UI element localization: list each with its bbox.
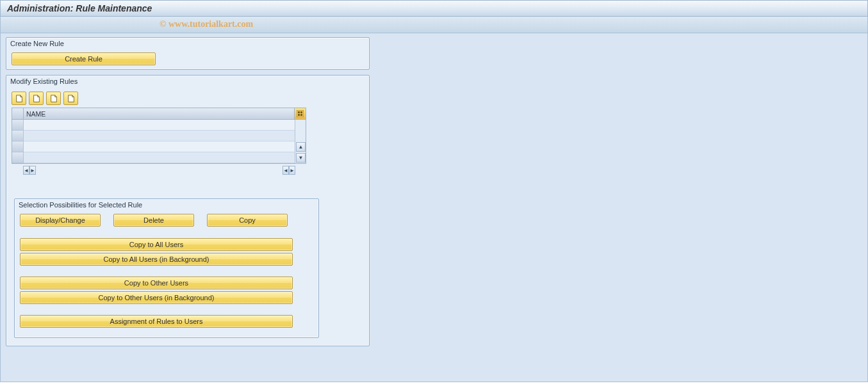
svg-rect-0 <box>297 110 304 117</box>
panel-selection-possibilities: Selection Possibilities for Selected Rul… <box>14 198 319 338</box>
application-toolbar: © www.tutorialkart.com <box>0 17 868 33</box>
row-selector[interactable] <box>12 141 24 152</box>
chevron-right-icon: ► <box>290 168 295 173</box>
delete-button[interactable]: Delete <box>113 214 194 227</box>
assignment-of-rules-button[interactable]: Assignment of Rules to Users <box>20 315 293 328</box>
title-bar: Administration: Rule Maintenance <box>0 0 868 17</box>
panel-create-new-rule: Create New Rule Create Rule <box>6 37 370 70</box>
copy-other-bg-label: Copy to Other Users (in Background) <box>99 294 215 302</box>
display-change-label: Display/Change <box>35 216 85 224</box>
scroll-down-button[interactable]: ▼ <box>296 153 306 163</box>
scroll-up-button[interactable]: ▲ <box>296 142 306 152</box>
main-content: Create New Rule Create Rule Modify Exist… <box>0 33 868 382</box>
cell-name[interactable] <box>24 141 295 152</box>
chevron-down-icon: ▼ <box>299 156 304 161</box>
panel-title-selection: Selection Possibilities for Selected Rul… <box>15 199 318 212</box>
document-icon <box>49 94 58 103</box>
scroll-right-end-button[interactable]: ► <box>289 166 295 175</box>
document-icon <box>15 94 24 103</box>
table-select-all[interactable] <box>12 108 24 120</box>
copy-other-label: Copy to Other Users <box>124 279 188 287</box>
panel-title-create: Create New Rule <box>6 38 369 51</box>
panel-title-modify: Modify Existing Rules <box>6 76 369 88</box>
chevron-right-icon: ► <box>30 168 35 173</box>
create-rule-button[interactable]: Create Rule <box>12 52 156 65</box>
document-icon <box>32 94 41 103</box>
table-settings-icon <box>297 110 304 117</box>
copy-all-bg-label: Copy to All Users (in Background) <box>103 255 209 263</box>
display-change-button[interactable]: Display/Change <box>20 214 101 227</box>
column-header-name[interactable]: NAME <box>24 108 294 120</box>
row-selector[interactable] <box>12 152 24 163</box>
watermark-text: © www.tutorialkart.com <box>160 19 253 29</box>
row-selector[interactable] <box>12 131 24 141</box>
scroll-left-button[interactable]: ◄ <box>23 166 29 175</box>
table-row[interactable] <box>12 131 295 141</box>
document-icon <box>67 94 76 103</box>
horizontal-scrollbar: ◄ ► ◄ ► <box>12 164 306 175</box>
copy-to-other-users-bg-button[interactable]: Copy to Other Users (in Background) <box>20 291 293 304</box>
table-row[interactable] <box>12 120 295 131</box>
vertical-scrollbar[interactable]: ▲ ▼ <box>295 120 306 163</box>
copy-label: Copy <box>239 216 256 224</box>
cell-name[interactable] <box>24 152 295 163</box>
chevron-left-icon: ◄ <box>283 168 288 173</box>
create-rule-button-label: Create Rule <box>65 55 102 63</box>
svg-rect-3 <box>298 114 300 116</box>
svg-rect-4 <box>300 114 302 116</box>
row-selector[interactable] <box>12 120 24 131</box>
toolbar-icon-4[interactable] <box>63 92 78 105</box>
svg-rect-1 <box>298 111 300 113</box>
svg-rect-2 <box>300 111 302 113</box>
assignment-label: Assignment of Rules to Users <box>110 318 203 325</box>
table-row[interactable] <box>12 141 295 152</box>
table-rows <box>12 120 295 163</box>
copy-all-label: Copy to All Users <box>129 241 183 248</box>
panel-modify-existing-rules: Modify Existing Rules NAME <box>6 75 370 346</box>
cell-name[interactable] <box>24 131 295 141</box>
chevron-up-icon: ▲ <box>299 145 304 150</box>
table-row[interactable] <box>12 152 295 163</box>
copy-to-all-users-button[interactable]: Copy to All Users <box>20 238 293 251</box>
toolbar-icon-2[interactable] <box>29 92 44 105</box>
cell-name[interactable] <box>24 120 295 131</box>
table-settings-button[interactable] <box>294 108 306 120</box>
rules-table[interactable]: NAME <box>12 108 306 164</box>
delete-label: Delete <box>143 216 164 224</box>
copy-button[interactable]: Copy <box>207 214 288 227</box>
scroll-left-end-button[interactable]: ◄ <box>283 166 289 175</box>
copy-to-all-users-bg-button[interactable]: Copy to All Users (in Background) <box>20 253 293 266</box>
copy-to-other-users-button[interactable]: Copy to Other Users <box>20 277 293 289</box>
modify-toolbar <box>10 90 365 108</box>
scroll-right-button[interactable]: ► <box>29 166 36 175</box>
page-title: Administration: Rule Maintenance <box>7 3 152 13</box>
toolbar-icon-1[interactable] <box>12 92 26 105</box>
chevron-left-icon: ◄ <box>24 168 29 173</box>
toolbar-icon-3[interactable] <box>46 92 61 105</box>
